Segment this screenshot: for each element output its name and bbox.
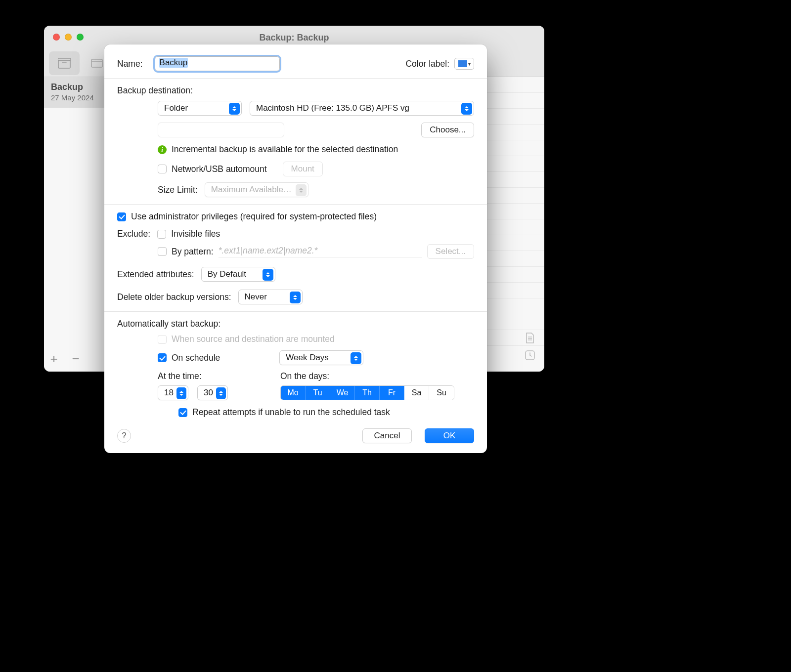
incremental-note: Incremental backup is available for the … — [172, 144, 398, 155]
ext-attr-value: By Default — [208, 269, 246, 279]
color-label-picker[interactable]: ▾ — [454, 58, 474, 70]
day-th[interactable]: Th — [355, 386, 380, 400]
window-title: Backup: Backup — [44, 33, 544, 43]
day-we[interactable]: We — [330, 386, 355, 400]
exclude-select-button: Select... — [427, 244, 474, 259]
svg-rect-1 — [58, 58, 71, 61]
delete-older-label: Delete older backup versions: — [117, 292, 231, 302]
ok-button[interactable]: OK — [425, 428, 474, 443]
name-field[interactable]: Backup — [155, 56, 280, 71]
destination-path-field[interactable] — [158, 123, 284, 137]
day-mo[interactable]: Mo — [281, 386, 306, 400]
schedule-type-value: Week Days — [286, 353, 329, 363]
destination-volume-value: Macintosh HD (Free: 135.0 GB) APFS vg — [256, 103, 409, 113]
exclude-invisible-checkbox[interactable] — [157, 230, 166, 239]
at-time-label: At the time: — [158, 371, 280, 381]
destination-type-select[interactable]: Folder — [158, 101, 242, 116]
ext-attr-select[interactable]: By Default — [201, 267, 275, 282]
backup-settings-sheet: Name: Backup Color label: ▾ Backup desti… — [104, 44, 487, 453]
color-swatch-icon — [458, 60, 467, 67]
exclude-pattern-field[interactable]: *.ext1|name.ext2|name2.* — [219, 246, 422, 257]
days-segmented[interactable]: MoTuWeThFrSaSu — [280, 385, 454, 400]
ext-attr-label: Extended attributes: — [117, 269, 194, 280]
exclude-pattern-label: By pattern: — [172, 247, 214, 257]
on-days-label: On the days: — [280, 371, 329, 381]
size-limit-label: Size Limit: — [158, 185, 198, 195]
time-minute-stepper[interactable]: 30 — [197, 385, 228, 400]
time-minute-value: 30 — [204, 388, 213, 398]
size-limit-value: Maximum Available… — [211, 185, 292, 195]
destination-heading: Backup destination: — [117, 85, 193, 96]
day-tu[interactable]: Tu — [306, 386, 330, 400]
clock-icon[interactable] — [525, 350, 535, 361]
help-button[interactable]: ? — [117, 429, 131, 443]
schedule-type-select[interactable]: Week Days — [279, 350, 363, 365]
day-sa[interactable]: Sa — [404, 386, 429, 400]
svg-rect-0 — [58, 60, 70, 68]
day-su[interactable]: Su — [429, 386, 454, 400]
name-label: Name: — [117, 59, 143, 69]
repeat-attempts-checkbox[interactable] — [178, 408, 187, 417]
add-button[interactable]: + — [48, 351, 60, 367]
choose-destination-button[interactable]: Choose... — [421, 123, 474, 137]
projects-icon — [90, 58, 103, 69]
automount-label: Network/USB automount — [172, 164, 267, 174]
exclude-invisible-label: Invisible files — [171, 229, 220, 239]
destination-type-value: Folder — [164, 103, 188, 113]
size-limit-select: Maximum Available… — [205, 182, 308, 197]
day-fr[interactable]: Fr — [380, 386, 404, 400]
time-hour-stepper[interactable]: 18 — [158, 385, 188, 400]
time-hour-value: 18 — [164, 388, 174, 398]
document-icon[interactable] — [525, 332, 535, 344]
remove-button[interactable]: − — [70, 351, 82, 367]
admin-priv-checkbox[interactable] — [117, 212, 126, 221]
name-value: Backup — [159, 58, 188, 68]
cancel-button[interactable]: Cancel — [362, 428, 412, 443]
when-mounted-label: When source and destination are mounted — [172, 334, 335, 344]
destination-volume-select[interactable]: Macintosh HD (Free: 135.0 GB) APFS vg — [250, 101, 474, 116]
archive-box-icon — [58, 58, 71, 69]
on-schedule-label: On schedule — [172, 353, 220, 363]
info-icon: i — [158, 145, 167, 154]
auto-start-heading: Automatically start backup: — [117, 319, 220, 329]
exclude-label: Exclude: — [117, 229, 150, 239]
on-schedule-checkbox[interactable] — [158, 353, 167, 362]
color-label: Color label: — [405, 59, 449, 69]
chevron-down-icon: ▾ — [468, 61, 471, 67]
delete-older-select[interactable]: Never — [238, 290, 303, 304]
when-mounted-checkbox — [158, 335, 167, 344]
delete-older-value: Never — [245, 292, 267, 302]
repeat-attempts-label: Repeat attempts if unable to run the sch… — [192, 407, 390, 418]
exclude-pattern-checkbox[interactable] — [158, 247, 167, 256]
admin-priv-label: Use administrator privileges (required f… — [131, 211, 377, 222]
tab-archive[interactable] — [49, 51, 80, 75]
automount-checkbox[interactable] — [158, 165, 167, 173]
svg-rect-3 — [91, 59, 102, 67]
mount-button: Mount — [283, 162, 323, 176]
